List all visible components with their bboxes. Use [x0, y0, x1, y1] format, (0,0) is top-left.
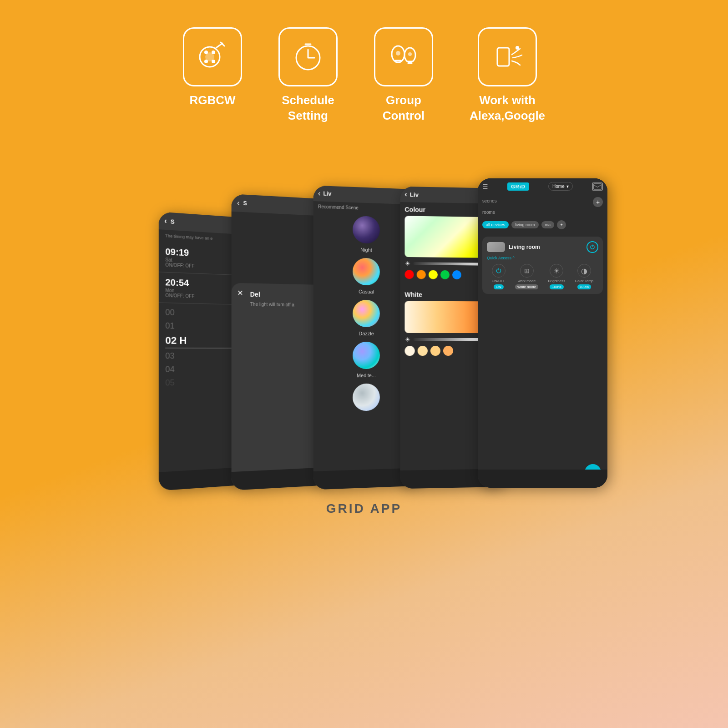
p5-colortemp-value: 100%: [577, 284, 591, 289]
schedule-label: ScheduleSetting: [282, 93, 334, 124]
scene-label-dazzle: Dazzle: [359, 331, 374, 336]
p5-device-name: Living room: [509, 244, 540, 250]
svg-rect-11: [497, 48, 509, 66]
p5-bottom-bar: [478, 470, 607, 488]
p5-brightness-label: Brightness: [548, 279, 565, 283]
colour-brightness-slider[interactable]: [414, 262, 485, 265]
svg-point-8: [396, 51, 400, 56]
swatch-red[interactable]: [404, 270, 414, 279]
p5-scenes-section: scenes +: [478, 194, 607, 210]
p2-back-title: S: [243, 200, 247, 207]
scene-ball-extra: [353, 383, 380, 411]
p5-rooms-chips: all devices living room ma +: [482, 220, 603, 229]
p5-quick-access[interactable]: Quick Access ^: [487, 256, 598, 260]
grid-logo: GRiD: [507, 182, 529, 190]
p5-workmode-value: white mode: [515, 284, 538, 289]
white-swatch-4[interactable]: [443, 346, 453, 356]
brightness-sun-icon: ☀: [404, 260, 410, 267]
icon-schedule: ScheduleSetting: [278, 27, 338, 124]
palette-icon: [194, 39, 231, 75]
p5-workmode-symbol: ⊞: [524, 267, 530, 274]
p5-colortemp-symbol: ◑: [581, 266, 587, 275]
white-swatch-1[interactable]: [404, 346, 415, 356]
alexa-icon-box: [478, 27, 537, 86]
swatch-green[interactable]: [440, 270, 450, 279]
p5-topbar: ☰ GRiD Home ▾: [478, 178, 607, 194]
p5-home-label: Home: [552, 184, 565, 189]
smart-speaker-icon: [489, 39, 526, 75]
scene-ball-medite: [353, 342, 380, 369]
p3-back-arrow: ‹: [318, 189, 320, 197]
p5-rooms-title: rooms: [482, 210, 495, 215]
svg-point-4: [204, 60, 208, 63]
white-brightness-slider[interactable]: [414, 338, 485, 341]
p1-hour-05: 05: [165, 376, 238, 389]
p5-chip-ma[interactable]: ma: [541, 221, 555, 228]
clock-icon: [290, 39, 326, 75]
p5-home-chevron: ▾: [566, 184, 569, 189]
p3-title: Liv: [324, 190, 332, 197]
svg-point-12: [516, 46, 519, 50]
p4-title: Liv: [410, 191, 419, 197]
white-swatch-3[interactable]: [430, 346, 440, 356]
svg-point-2: [204, 51, 208, 54]
app-name-label: GRID APP: [326, 501, 402, 516]
p5-workmode-icon[interactable]: ⊞: [520, 264, 534, 278]
hamburger-icon[interactable]: ☰: [482, 182, 488, 190]
p5-rooms-header: rooms: [482, 210, 603, 217]
p5-home-btn[interactable]: Home ▾: [548, 182, 573, 191]
p5-ctrl-workmode: ⊞ work mode white mode: [515, 264, 538, 289]
p1-hour-04: 04: [165, 363, 238, 375]
p5-chip-living[interactable]: living room: [511, 221, 539, 228]
svg-rect-14: [593, 183, 601, 189]
p5-device-card: Living room Quick Access ^ ON/OFF: [482, 237, 603, 294]
scene-ball-night: [353, 216, 380, 244]
p1-time-2: 20:54: [165, 277, 238, 290]
phones-showcase: ‹ S The timing may have an e 09:19 Sat O…: [159, 147, 569, 488]
p5-device-power-icon[interactable]: [586, 241, 598, 253]
p5-rooms-section: rooms all devices living room ma +: [478, 210, 607, 237]
scene-ball-dazzle: [353, 299, 380, 327]
p5-workmode-label: work mode: [518, 279, 536, 283]
p1-hour-01: 01: [165, 320, 238, 332]
p5-mail-icon[interactable]: [592, 182, 603, 190]
p5-scenes-header: scenes +: [482, 197, 603, 207]
p5-colortemp-label: Color Temp: [575, 279, 594, 283]
p5-rooms-add-btn[interactable]: +: [557, 220, 566, 229]
scene-label-casual: Casual: [359, 288, 374, 294]
p2-close-btn[interactable]: ✕: [237, 288, 243, 298]
p5-controls-row: ON/OFF ON ⊞ work mode white mode: [487, 264, 598, 289]
p2-dialog-desc: The light will turn off a: [250, 302, 320, 308]
scene-label-night: Night: [360, 247, 372, 253]
p1-back-arrow: ‹: [164, 217, 167, 225]
p5-onoff-icon[interactable]: [492, 264, 506, 278]
p5-device-header: Living room: [487, 241, 598, 253]
swatch-orange[interactable]: [417, 270, 426, 279]
phone-grid-screen: ☰ GRiD Home ▾ scenes + r: [478, 178, 607, 488]
p5-chip-all[interactable]: all devices: [482, 221, 509, 228]
p4-back-arrow: ‹: [404, 190, 407, 198]
p1-hour-03: 03: [165, 350, 238, 362]
p5-scenes-title: scenes: [482, 198, 497, 203]
p5-device-icon: [487, 242, 505, 252]
white-sun-icon: ☀: [404, 336, 410, 343]
swatch-yellow[interactable]: [429, 270, 438, 279]
swatch-blue[interactable]: [452, 270, 461, 279]
scene-ball-casual: [353, 258, 380, 285]
p5-colortemp-icon[interactable]: ◑: [577, 264, 591, 278]
feature-icons-row: RGBCW ScheduleSetting GroupCont: [183, 27, 545, 124]
svg-point-10: [408, 52, 412, 56]
p5-scenes-add-btn[interactable]: +: [593, 197, 603, 207]
p1-hour-02-active: 02 H: [165, 334, 238, 349]
p5-brightness-value: 100%: [550, 284, 563, 289]
phone-delete: ‹ S ✕ Del The light will turn off a: [232, 194, 327, 490]
p2-dialog: ✕ Del The light will turn off a: [232, 283, 327, 490]
white-swatch-2[interactable]: [418, 346, 428, 356]
p5-device-info: Living room: [487, 242, 540, 252]
p1-hour-00: 00: [165, 307, 238, 319]
p5-brightness-icon[interactable]: ☀: [550, 264, 563, 278]
bulb-group-icon: [385, 39, 422, 75]
p5-ctrl-brightness: ☀ Brightness 100%: [548, 264, 565, 289]
p5-ctrl-onoff: ON/OFF ON: [492, 264, 506, 289]
icon-rgbcw: RGBCW: [183, 27, 242, 124]
